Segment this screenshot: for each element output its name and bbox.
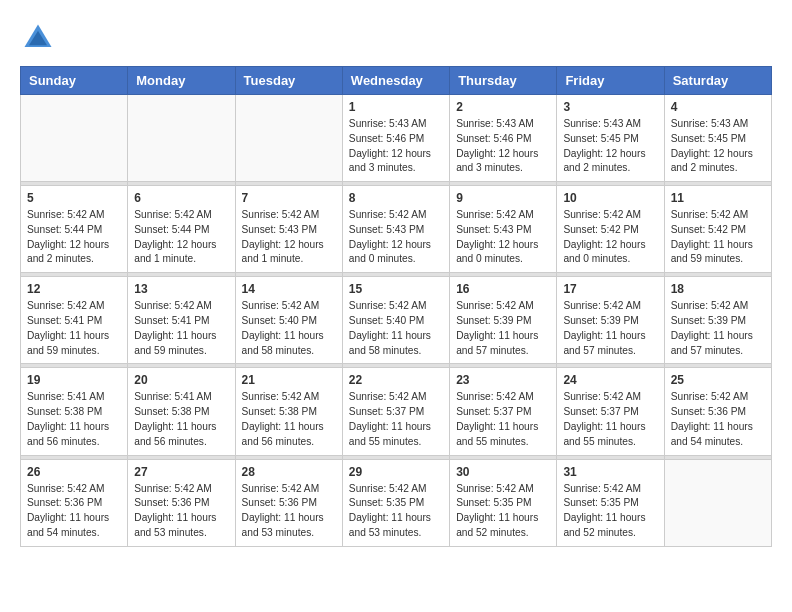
day-info: Sunrise: 5:42 AM Sunset: 5:35 PM Dayligh… (456, 482, 550, 541)
day-info: Sunrise: 5:42 AM Sunset: 5:36 PM Dayligh… (671, 390, 765, 449)
day-number: 26 (27, 465, 121, 479)
calendar-cell: 14Sunrise: 5:42 AM Sunset: 5:40 PM Dayli… (235, 277, 342, 364)
calendar-cell: 9Sunrise: 5:42 AM Sunset: 5:43 PM Daylig… (450, 186, 557, 273)
calendar-cell: 25Sunrise: 5:42 AM Sunset: 5:36 PM Dayli… (664, 368, 771, 455)
day-number: 4 (671, 100, 765, 114)
day-number: 25 (671, 373, 765, 387)
calendar-cell: 10Sunrise: 5:42 AM Sunset: 5:42 PM Dayli… (557, 186, 664, 273)
calendar-cell: 19Sunrise: 5:41 AM Sunset: 5:38 PM Dayli… (21, 368, 128, 455)
day-info: Sunrise: 5:43 AM Sunset: 5:46 PM Dayligh… (349, 117, 443, 176)
calendar-cell: 21Sunrise: 5:42 AM Sunset: 5:38 PM Dayli… (235, 368, 342, 455)
calendar-cell: 3Sunrise: 5:43 AM Sunset: 5:45 PM Daylig… (557, 95, 664, 182)
calendar-cell: 18Sunrise: 5:42 AM Sunset: 5:39 PM Dayli… (664, 277, 771, 364)
calendar-cell: 5Sunrise: 5:42 AM Sunset: 5:44 PM Daylig… (21, 186, 128, 273)
day-number: 17 (563, 282, 657, 296)
calendar-week-row: 19Sunrise: 5:41 AM Sunset: 5:38 PM Dayli… (21, 368, 772, 455)
calendar-cell: 29Sunrise: 5:42 AM Sunset: 5:35 PM Dayli… (342, 459, 449, 546)
calendar-week-row: 1Sunrise: 5:43 AM Sunset: 5:46 PM Daylig… (21, 95, 772, 182)
logo (20, 20, 62, 56)
day-number: 23 (456, 373, 550, 387)
day-number: 29 (349, 465, 443, 479)
day-info: Sunrise: 5:42 AM Sunset: 5:36 PM Dayligh… (27, 482, 121, 541)
day-info: Sunrise: 5:42 AM Sunset: 5:35 PM Dayligh… (563, 482, 657, 541)
day-number: 30 (456, 465, 550, 479)
day-number: 19 (27, 373, 121, 387)
day-info: Sunrise: 5:42 AM Sunset: 5:39 PM Dayligh… (563, 299, 657, 358)
day-number: 22 (349, 373, 443, 387)
calendar-cell: 8Sunrise: 5:42 AM Sunset: 5:43 PM Daylig… (342, 186, 449, 273)
day-number: 6 (134, 191, 228, 205)
calendar-cell: 26Sunrise: 5:42 AM Sunset: 5:36 PM Dayli… (21, 459, 128, 546)
day-info: Sunrise: 5:42 AM Sunset: 5:38 PM Dayligh… (242, 390, 336, 449)
day-info: Sunrise: 5:42 AM Sunset: 5:42 PM Dayligh… (563, 208, 657, 267)
calendar-cell: 4Sunrise: 5:43 AM Sunset: 5:45 PM Daylig… (664, 95, 771, 182)
calendar-cell: 20Sunrise: 5:41 AM Sunset: 5:38 PM Dayli… (128, 368, 235, 455)
day-number: 15 (349, 282, 443, 296)
calendar-cell: 22Sunrise: 5:42 AM Sunset: 5:37 PM Dayli… (342, 368, 449, 455)
logo-icon (20, 20, 56, 56)
day-info: Sunrise: 5:42 AM Sunset: 5:44 PM Dayligh… (134, 208, 228, 267)
day-number: 7 (242, 191, 336, 205)
calendar-cell (128, 95, 235, 182)
day-info: Sunrise: 5:42 AM Sunset: 5:41 PM Dayligh… (134, 299, 228, 358)
weekday-header: Thursday (450, 67, 557, 95)
page-header (20, 20, 772, 56)
day-info: Sunrise: 5:42 AM Sunset: 5:37 PM Dayligh… (349, 390, 443, 449)
day-number: 10 (563, 191, 657, 205)
calendar-cell (21, 95, 128, 182)
weekday-header: Saturday (664, 67, 771, 95)
day-info: Sunrise: 5:42 AM Sunset: 5:37 PM Dayligh… (456, 390, 550, 449)
calendar: SundayMondayTuesdayWednesdayThursdayFrid… (20, 66, 772, 547)
day-number: 11 (671, 191, 765, 205)
day-number: 18 (671, 282, 765, 296)
calendar-week-row: 5Sunrise: 5:42 AM Sunset: 5:44 PM Daylig… (21, 186, 772, 273)
day-number: 5 (27, 191, 121, 205)
day-info: Sunrise: 5:42 AM Sunset: 5:36 PM Dayligh… (242, 482, 336, 541)
day-number: 20 (134, 373, 228, 387)
calendar-cell (664, 459, 771, 546)
calendar-cell: 23Sunrise: 5:42 AM Sunset: 5:37 PM Dayli… (450, 368, 557, 455)
day-info: Sunrise: 5:43 AM Sunset: 5:45 PM Dayligh… (671, 117, 765, 176)
day-info: Sunrise: 5:43 AM Sunset: 5:46 PM Dayligh… (456, 117, 550, 176)
calendar-cell: 1Sunrise: 5:43 AM Sunset: 5:46 PM Daylig… (342, 95, 449, 182)
day-info: Sunrise: 5:42 AM Sunset: 5:36 PM Dayligh… (134, 482, 228, 541)
day-info: Sunrise: 5:41 AM Sunset: 5:38 PM Dayligh… (134, 390, 228, 449)
calendar-cell (235, 95, 342, 182)
day-info: Sunrise: 5:42 AM Sunset: 5:40 PM Dayligh… (349, 299, 443, 358)
calendar-cell: 7Sunrise: 5:42 AM Sunset: 5:43 PM Daylig… (235, 186, 342, 273)
calendar-week-row: 26Sunrise: 5:42 AM Sunset: 5:36 PM Dayli… (21, 459, 772, 546)
day-info: Sunrise: 5:42 AM Sunset: 5:41 PM Dayligh… (27, 299, 121, 358)
day-info: Sunrise: 5:41 AM Sunset: 5:38 PM Dayligh… (27, 390, 121, 449)
calendar-cell: 6Sunrise: 5:42 AM Sunset: 5:44 PM Daylig… (128, 186, 235, 273)
day-info: Sunrise: 5:42 AM Sunset: 5:43 PM Dayligh… (242, 208, 336, 267)
calendar-cell: 27Sunrise: 5:42 AM Sunset: 5:36 PM Dayli… (128, 459, 235, 546)
calendar-cell: 31Sunrise: 5:42 AM Sunset: 5:35 PM Dayli… (557, 459, 664, 546)
day-info: Sunrise: 5:42 AM Sunset: 5:40 PM Dayligh… (242, 299, 336, 358)
calendar-cell: 11Sunrise: 5:42 AM Sunset: 5:42 PM Dayli… (664, 186, 771, 273)
day-info: Sunrise: 5:42 AM Sunset: 5:43 PM Dayligh… (349, 208, 443, 267)
calendar-week-row: 12Sunrise: 5:42 AM Sunset: 5:41 PM Dayli… (21, 277, 772, 364)
day-number: 27 (134, 465, 228, 479)
day-number: 8 (349, 191, 443, 205)
calendar-cell: 13Sunrise: 5:42 AM Sunset: 5:41 PM Dayli… (128, 277, 235, 364)
day-info: Sunrise: 5:42 AM Sunset: 5:42 PM Dayligh… (671, 208, 765, 267)
day-number: 12 (27, 282, 121, 296)
day-number: 9 (456, 191, 550, 205)
weekday-header: Tuesday (235, 67, 342, 95)
day-info: Sunrise: 5:42 AM Sunset: 5:37 PM Dayligh… (563, 390, 657, 449)
day-number: 13 (134, 282, 228, 296)
day-info: Sunrise: 5:42 AM Sunset: 5:39 PM Dayligh… (456, 299, 550, 358)
day-info: Sunrise: 5:42 AM Sunset: 5:39 PM Dayligh… (671, 299, 765, 358)
day-number: 28 (242, 465, 336, 479)
day-number: 2 (456, 100, 550, 114)
day-number: 14 (242, 282, 336, 296)
calendar-cell: 17Sunrise: 5:42 AM Sunset: 5:39 PM Dayli… (557, 277, 664, 364)
weekday-header: Wednesday (342, 67, 449, 95)
day-number: 3 (563, 100, 657, 114)
calendar-cell: 24Sunrise: 5:42 AM Sunset: 5:37 PM Dayli… (557, 368, 664, 455)
day-info: Sunrise: 5:43 AM Sunset: 5:45 PM Dayligh… (563, 117, 657, 176)
weekday-header: Monday (128, 67, 235, 95)
day-number: 16 (456, 282, 550, 296)
calendar-cell: 12Sunrise: 5:42 AM Sunset: 5:41 PM Dayli… (21, 277, 128, 364)
calendar-cell: 15Sunrise: 5:42 AM Sunset: 5:40 PM Dayli… (342, 277, 449, 364)
